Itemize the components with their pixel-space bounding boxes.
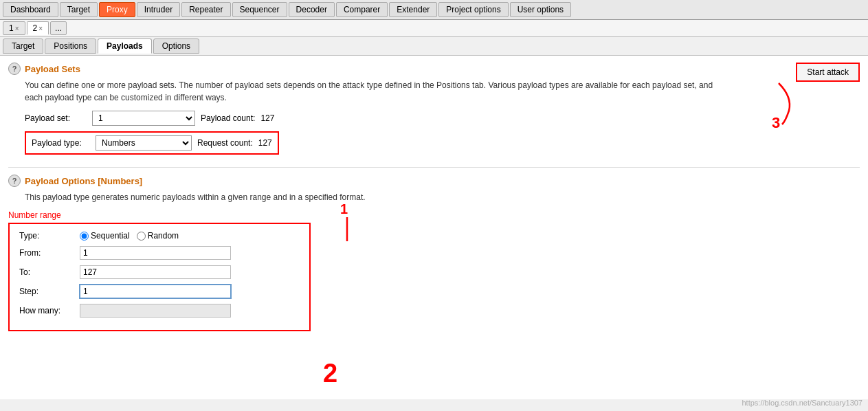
type-row: Type: Sequential Random <box>19 231 300 241</box>
payload-count-label: Payload count: <box>201 113 255 123</box>
radio-sequential-input[interactable] <box>80 232 89 241</box>
attack-tab-2-close[interactable]: × <box>38 25 43 32</box>
how-many-label: How many: <box>19 306 74 315</box>
nav-extender[interactable]: Extender <box>389 2 437 17</box>
more-tabs-button[interactable]: ... <box>50 21 67 35</box>
payload-options-desc: This payload type generates numeric payl… <box>25 191 860 203</box>
payload-sets-title: Payload Sets <box>25 64 80 74</box>
tab-positions[interactable]: Positions <box>45 38 96 54</box>
payload-type-label: Payload type: <box>32 138 90 148</box>
to-input[interactable] <box>80 265 231 279</box>
attack-tab-1-label: 1 <box>9 23 14 33</box>
from-row: From: <box>19 246 300 260</box>
radio-sequential[interactable]: Sequential <box>80 231 130 241</box>
nav-user-options[interactable]: User options <box>510 2 571 17</box>
payload-sets-help[interactable]: ? <box>8 63 21 75</box>
how-many-row: How many: <box>19 304 300 318</box>
payload-set-row: Payload set: 1 2 Payload count: 127 <box>25 111 860 126</box>
main-content: Start attack 3 ? Payload Sets You can de… <box>0 56 868 399</box>
how-many-input[interactable] <box>80 304 231 318</box>
svg-text:2: 2 <box>323 359 337 388</box>
nav-intruder[interactable]: Intruder <box>137 2 180 17</box>
payload-set-select[interactable]: 1 2 <box>92 111 195 126</box>
attack-tab-1-close[interactable]: × <box>15 25 19 32</box>
radio-random[interactable]: Random <box>137 231 179 241</box>
attack-tabs: 1 × 2 × ... <box>0 20 868 37</box>
nav-repeater[interactable]: Repeater <box>181 2 230 17</box>
to-label: To: <box>19 267 74 277</box>
step-row: Step: <box>19 285 300 298</box>
attack-tab-2-label: 2 <box>33 23 38 33</box>
nav-decoder[interactable]: Decoder <box>289 2 335 17</box>
attack-tab-1[interactable]: 1 × <box>3 21 25 35</box>
nav-target[interactable]: Target <box>60 2 98 17</box>
payload-options-title: Payload Options [Numbers] <box>25 176 142 186</box>
step-input[interactable] <box>80 285 231 298</box>
radio-random-input[interactable] <box>137 232 146 241</box>
number-range-label: Number range <box>8 210 860 220</box>
tab-payloads[interactable]: Payloads <box>98 38 152 54</box>
payload-set-label: Payload set: <box>25 113 87 123</box>
request-count-label: Request count: <box>197 138 253 148</box>
annotation-2: 2 <box>316 351 357 392</box>
number-range-box: Type: Sequential Random From: <box>8 223 311 331</box>
tab-target[interactable]: Target <box>3 38 43 54</box>
section-divider <box>8 167 860 168</box>
from-input[interactable] <box>80 246 231 260</box>
nav-proxy[interactable]: Proxy <box>99 2 135 17</box>
payload-sets-desc: You can define one or more payload sets.… <box>25 79 860 104</box>
type-radio-group: Sequential Random <box>80 231 179 241</box>
payload-count-value: 127 <box>260 113 274 123</box>
start-attack-button[interactable]: Start attack <box>796 63 860 82</box>
from-label: From: <box>19 248 74 258</box>
to-row: To: <box>19 265 300 279</box>
payload-options-help[interactable]: ? <box>8 175 21 187</box>
payload-sets-header: ? Payload Sets <box>8 63 860 75</box>
payload-type-select[interactable]: Numbers Simple list Runtime file Custom … <box>96 135 192 151</box>
step-label: Step: <box>19 287 74 296</box>
payload-type-box: Payload type: Numbers Simple list Runtim… <box>25 131 279 155</box>
payload-options-header: ? Payload Options [Numbers] <box>8 175 860 187</box>
type-label: Type: <box>19 231 74 241</box>
tab-options[interactable]: Options <box>153 38 199 54</box>
attack-tab-2[interactable]: 2 × <box>27 21 49 35</box>
section-tabs: Target Positions Payloads Options <box>0 37 868 56</box>
watermark: https://blog.csdn.net/Sanctuary1307 <box>742 399 863 399</box>
nav-project-options[interactable]: Project options <box>438 2 508 17</box>
nav-comparer[interactable]: Comparer <box>336 2 388 17</box>
nav-dashboard[interactable]: Dashboard <box>3 2 58 17</box>
nav-sequencer[interactable]: Sequencer <box>232 2 287 17</box>
request-count-value: 127 <box>258 138 272 148</box>
top-nav: Dashboard Target Proxy Intruder Repeater… <box>0 0 868 20</box>
